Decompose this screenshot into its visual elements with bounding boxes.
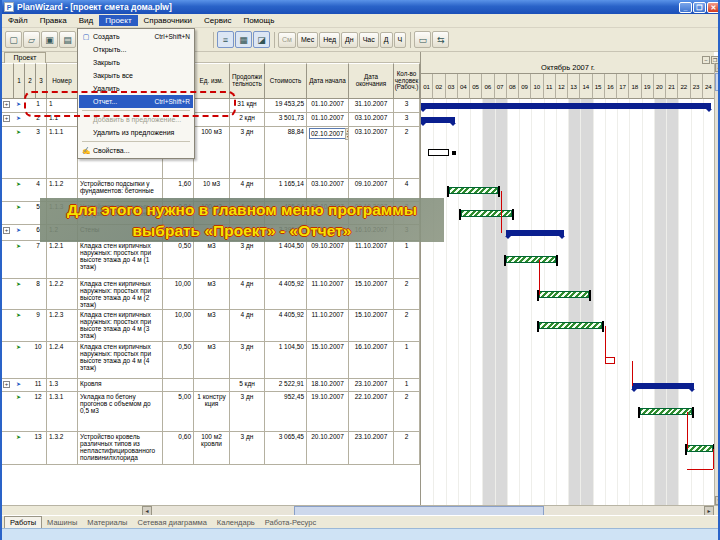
scroll-up-icon[interactable]: ▲ — [715, 63, 720, 72]
table-row[interactable]: ➤101.2.4Кладка стен кирпичных наружных: … — [2, 342, 420, 379]
cost-cell[interactable]: 4 405,92 — [265, 310, 307, 341]
view-tab-Работа-Ресурс[interactable]: Работа-Ресурс — [260, 517, 321, 528]
duration-cell[interactable]: 3 дн — [230, 241, 265, 278]
menubar-item-Файл[interactable]: Файл — [2, 15, 34, 26]
menubar-item-Проект[interactable]: Проект — [99, 15, 137, 26]
menu-item-закрыть[interactable]: Закрыть — [79, 56, 193, 69]
cost-cell[interactable]: 19 453,25 — [265, 99, 307, 112]
menu-item-закрыть-все[interactable]: Закрыть все — [79, 69, 193, 82]
menubar-item-Правка[interactable]: Правка — [34, 15, 73, 26]
unit-cell[interactable]: м3 — [194, 241, 230, 278]
workers-cell[interactable]: 3 — [394, 99, 420, 112]
menu-item-удалить-из-предложения[interactable]: Удалить из предложения — [79, 126, 193, 139]
child-minimize-button[interactable]: – — [702, 56, 710, 64]
table-row[interactable]: ➤71.2.1Кладка стен кирпичных наружных: п… — [2, 241, 420, 279]
task-number-cell[interactable]: 1.1.1 — [47, 127, 78, 178]
cost-cell[interactable]: 88,84 — [265, 127, 307, 178]
table-row[interactable]: ➤31.1.1Копание котлованов и траншей с по… — [2, 127, 420, 179]
gantt-bar-task[interactable] — [539, 291, 589, 298]
table-row[interactable]: ➤131.3.2Устройство кровель различных тип… — [2, 432, 420, 465]
end-date-cell[interactable]: 11.10.2007 — [349, 241, 394, 278]
open-folder-icon[interactable]: ▱ — [23, 31, 40, 48]
tree-view-icon[interactable]: ≡ — [217, 31, 234, 48]
end-date-cell[interactable]: 03.10.2007 — [349, 113, 394, 126]
project-pane-tab[interactable]: Проект — [4, 52, 46, 63]
cost-cell[interactable]: 1 404,50 — [265, 241, 307, 278]
workers-cell[interactable]: 1 — [394, 241, 420, 278]
cost-cell[interactable]: 2 522,91 — [265, 379, 307, 391]
duration-cell[interactable]: 4 дн — [230, 279, 265, 309]
gantt-bar-task[interactable] — [539, 322, 603, 329]
task-name-cell[interactable]: Устройство кровель различных типов из не… — [78, 432, 163, 464]
start-date-cell[interactable]: 19.10.2007 — [307, 392, 349, 431]
quantity-cell[interactable]: 10,00 — [163, 279, 194, 309]
duration-cell[interactable]: 5 кдн — [230, 379, 265, 391]
scroll-down-icon[interactable]: ▼ — [715, 496, 720, 505]
workers-cell[interactable]: 1 — [394, 379, 420, 391]
start-date-cell[interactable]: 11.10.2007 — [307, 279, 349, 309]
restore-button[interactable]: ❐ — [693, 2, 706, 13]
start-date-cell[interactable]: 09.10.2007 — [307, 241, 349, 278]
quantity-cell[interactable] — [163, 379, 194, 391]
unit-cell[interactable]: м3 — [194, 310, 230, 341]
task-number-cell[interactable]: 1.2.2 — [47, 279, 78, 309]
collapse-bars-icon[interactable]: ▭ — [414, 31, 431, 48]
view-tab-Сетевая диаграмма[interactable]: Сетевая диаграмма — [132, 517, 211, 528]
task-number-cell[interactable]: 1.2.1 — [47, 241, 78, 278]
task-name-cell[interactable]: Кладка стен кирпичных наружных: простых … — [78, 279, 163, 309]
view-tab-Материалы[interactable]: Материалы — [82, 517, 132, 528]
start-date-editor[interactable]: 02.10.2007▴▾ — [309, 128, 349, 139]
end-date-cell[interactable]: 22.10.2007 — [349, 392, 394, 431]
gantt-bar-summary[interactable] — [421, 103, 711, 109]
gantt-bar-outline[interactable] — [428, 149, 449, 156]
start-date-cell[interactable]: 15.10.2007 — [307, 342, 349, 378]
table-row[interactable]: ➤81.2.2Кладка стен кирпичных наружных: п… — [2, 279, 420, 310]
end-date-cell[interactable]: 31.10.2007 — [349, 99, 394, 112]
save-icon[interactable]: ▣ — [41, 31, 58, 48]
unit-cell[interactable]: 1 констру кция — [194, 392, 230, 431]
unit-cell[interactable]: 100 м3 — [194, 127, 230, 178]
workers-cell[interactable]: 2 — [394, 392, 420, 431]
menu-item-открыть-[interactable]: Открыть... — [79, 43, 193, 56]
end-date-cell[interactable]: 15.10.2007 — [349, 279, 394, 309]
start-date-cell[interactable]: 02.10.2007▴▾ — [307, 127, 349, 178]
gantt-bar-summary[interactable] — [421, 117, 455, 123]
gantt-bar-task[interactable] — [506, 256, 556, 263]
duration-cell[interactable]: 4 дн — [230, 310, 265, 341]
quantity-cell[interactable]: 0,50 — [163, 241, 194, 278]
end-date-cell[interactable]: 15.10.2007 — [349, 310, 394, 341]
gantt-bar-red[interactable] — [605, 357, 615, 364]
task-number-cell[interactable]: 1.3.2 — [47, 432, 78, 464]
task-number-cell[interactable]: 1.2.4 — [47, 342, 78, 378]
task-name-cell[interactable]: Кладка стен кирпичных наружных: простых … — [78, 241, 163, 278]
print-icon[interactable]: ▤ — [59, 31, 76, 48]
gantt-bar-task[interactable] — [640, 408, 691, 415]
task-name-cell[interactable]: Укладка по бетону прогонов с объемом до … — [78, 392, 163, 431]
task-number-cell[interactable]: 1.3 — [47, 379, 78, 391]
table-view-icon[interactable]: ▦ — [235, 31, 252, 48]
timescale-button-Д[interactable]: Д — [380, 32, 393, 48]
duration-cell[interactable]: 3 дн — [230, 127, 265, 178]
menubar-item-Вид[interactable]: Вид — [73, 15, 99, 26]
duration-cell[interactable]: 2 кдн — [230, 113, 265, 126]
task-name-cell[interactable]: Кровля — [78, 379, 163, 391]
unit-cell[interactable]: м3 — [194, 342, 230, 378]
duration-cell[interactable]: 3 дн — [230, 392, 265, 431]
quantity-cell[interactable]: 5,00 — [163, 392, 194, 431]
expand-toggle-icon[interactable]: + — [3, 101, 10, 108]
timescale-button-Мес[interactable]: Мес — [297, 32, 318, 48]
end-date-cell[interactable]: 23.10.2007 — [349, 432, 394, 464]
new-file-icon[interactable]: ▢ — [5, 31, 22, 48]
vertical-scrollbar[interactable]: ▲ ▼ — [714, 63, 720, 505]
task-name-cell[interactable]: Кладка стен кирпичных наружных: простых … — [78, 310, 163, 341]
cost-cell[interactable]: 1 104,50 — [265, 342, 307, 378]
table-row[interactable]: ➤121.3.1Укладка по бетону прогонов с объ… — [2, 392, 420, 432]
quantity-cell[interactable]: 0,50 — [163, 342, 194, 378]
start-date-cell[interactable]: 18.10.2007 — [307, 379, 349, 391]
expand-toggle-icon[interactable]: + — [3, 227, 10, 234]
timescale-button-Час[interactable]: Час — [359, 32, 379, 48]
timescale-button-Ч[interactable]: Ч — [394, 32, 407, 48]
cost-cell[interactable]: 952,45 — [265, 392, 307, 431]
end-date-cell[interactable]: 03.10.2007 — [349, 127, 394, 178]
task-number-cell[interactable]: 1.3.1 — [47, 392, 78, 431]
